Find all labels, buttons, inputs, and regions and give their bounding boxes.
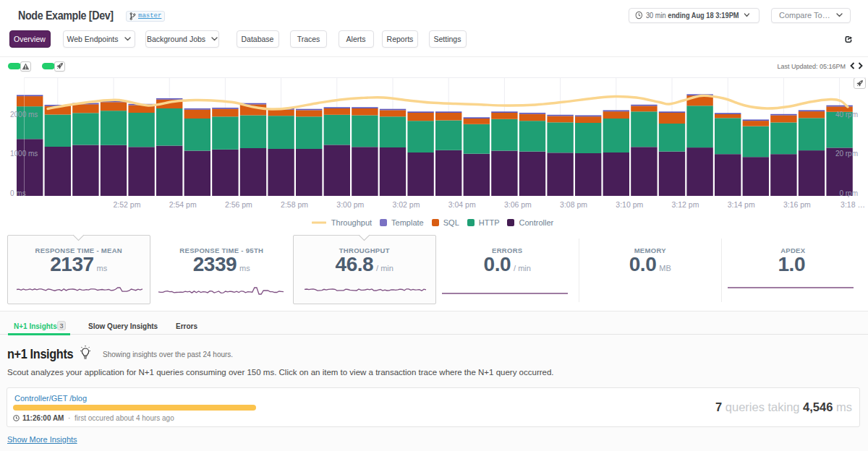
svg-text:2000 ms: 2000 ms bbox=[10, 111, 38, 119]
svg-text:3:08 pm: 3:08 pm bbox=[560, 200, 587, 209]
svg-text:0 ms: 0 ms bbox=[10, 189, 26, 197]
svg-text:0 rpm: 0 rpm bbox=[839, 189, 858, 197]
svg-text:20 rpm: 20 rpm bbox=[835, 150, 858, 158]
svg-text:3:18 …: 3:18 … bbox=[841, 200, 865, 209]
svg-text:2:56 pm: 2:56 pm bbox=[225, 200, 252, 209]
svg-text:3:14 pm: 3:14 pm bbox=[728, 200, 755, 209]
svg-text:3:04 pm: 3:04 pm bbox=[448, 200, 476, 209]
svg-text:2:58 pm: 2:58 pm bbox=[281, 200, 308, 209]
svg-text:3:16 pm: 3:16 pm bbox=[783, 200, 811, 209]
svg-text:1000 ms: 1000 ms bbox=[10, 150, 38, 158]
svg-text:2:54 pm: 2:54 pm bbox=[169, 200, 197, 209]
svg-text:3:00 pm: 3:00 pm bbox=[336, 200, 364, 209]
svg-text:3:06 pm: 3:06 pm bbox=[504, 200, 532, 209]
svg-text:3:02 pm: 3:02 pm bbox=[393, 200, 420, 209]
svg-text:3:10 pm: 3:10 pm bbox=[616, 200, 643, 209]
svg-text:40 rpm: 40 rpm bbox=[835, 111, 858, 119]
svg-text:3:12 pm: 3:12 pm bbox=[672, 200, 699, 209]
svg-text:2:52 pm: 2:52 pm bbox=[114, 200, 141, 209]
